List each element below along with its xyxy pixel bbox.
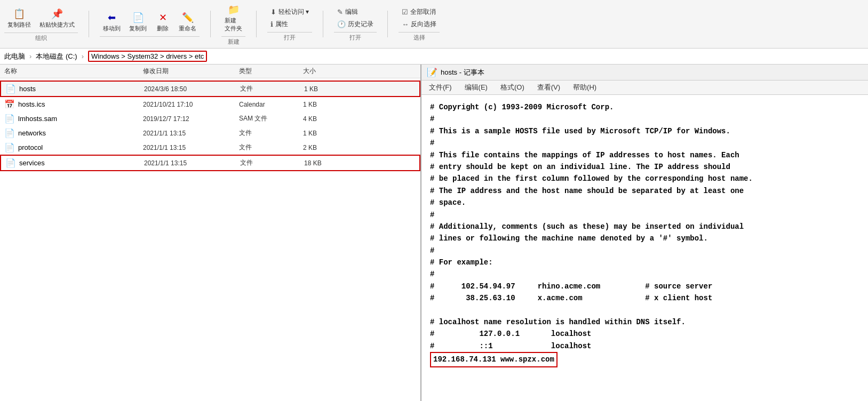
col-type[interactable]: 类型 [239, 67, 303, 76]
file-type-networks: 文件 [239, 129, 303, 138]
sep1 [89, 11, 89, 37]
paste-shortcut-icon: 📌 [51, 8, 63, 20]
edit-button[interactable]: ✎ 编辑 [334, 6, 377, 18]
file-type-protocol: 文件 [239, 143, 303, 152]
col-name[interactable]: 名称 [4, 67, 143, 76]
rename-icon: ✏️ [182, 12, 194, 23]
file-type-hosts-ics: Calendar [239, 101, 303, 108]
file-icon-services: 📄 [5, 158, 16, 168]
reverse-select-label: 反向选择 [411, 20, 436, 29]
file-icon-hosts: 📄 [5, 84, 16, 94]
toolbar: 📋 复制路径 📌 粘贴快捷方式 组织 ⬅ 移动到 📄 复制到 ✕ 删除 [0, 0, 868, 49]
sep2 [210, 11, 211, 37]
easy-access-icon: ⬇ [270, 8, 276, 16]
select-label: 选择 [399, 32, 440, 42]
rename-button[interactable]: ✏️ 重命名 [176, 10, 200, 34]
copy-path-label: 复制路径 [7, 21, 31, 29]
line-6: # entry should be kept on an individual … [430, 161, 859, 173]
sep5 [387, 11, 388, 37]
menu-format[interactable]: 格式(O) [497, 82, 528, 93]
open-group1: ⬇ 轻松访问 ▾ ℹ 属性 打开 [267, 6, 312, 42]
copy-path-icon: 📋 [13, 8, 25, 20]
file-date-hosts-ics: 2021/10/21 17:10 [143, 101, 239, 108]
file-type-hosts: 文件 [240, 84, 304, 93]
file-label-networks: networks [18, 129, 46, 137]
file-name-hosts-ics: 📅 hosts.ics [4, 99, 143, 109]
file-row-networks[interactable]: 📄 networks 2021/1/1 13:15 文件 1 KB [0, 126, 420, 140]
file-label-services: services [19, 159, 45, 167]
file-label-hosts-ics: hosts.ics [18, 100, 45, 108]
line-12: # lines or following the machine name de… [430, 232, 859, 244]
new-folder-button[interactable]: 📁 新建文件夹 [221, 2, 245, 34]
notepad-panel: 📝 hosts - 记事本 文件(F) 编辑(E) 格式(O) 查看(V) 帮助… [421, 65, 868, 401]
file-icon-hosts-ics: 📅 [4, 99, 15, 109]
main-layout: 名称 修改日期 类型 大小 📄 hosts 2024/3/6 18:50 文件 … [0, 65, 868, 401]
history-label: 历史记录 [348, 20, 373, 29]
col-size[interactable]: 大小 [303, 67, 346, 76]
menu-view[interactable]: 查看(V) [534, 82, 563, 93]
menu-edit[interactable]: 编辑(E) [461, 82, 491, 93]
file-date-hosts: 2024/3/6 18:50 [144, 85, 240, 93]
new-group-label: 新建 [221, 36, 245, 46]
delete-label: 删除 [157, 25, 169, 33]
copy-to-button[interactable]: 📄 复制到 [126, 10, 150, 34]
select-all-label: 全部取消 [410, 7, 436, 17]
edit-icon: ✎ [337, 8, 343, 16]
line-21: # ::1 localhost [430, 340, 859, 352]
easy-access-button[interactable]: ⬇ 轻松访问 ▾ [267, 6, 312, 18]
history-icon: 🕐 [337, 20, 346, 28]
file-label-protocol: protocol [18, 143, 43, 151]
history-button[interactable]: 🕐 历史记录 [334, 19, 377, 30]
new-folder-label: 新建文件夹 [225, 17, 242, 33]
sep3 [256, 11, 257, 37]
move-to-button[interactable]: ⬅ 移动到 [100, 10, 124, 34]
select-all-button[interactable]: ☑ 全部取消 [399, 6, 440, 18]
reverse-select-button[interactable]: ↔ 反向选择 [399, 19, 440, 30]
select-group: ☑ 全部取消 ↔ 反向选择 选择 [399, 6, 440, 42]
line-17: # 38.25.63.10 x.acme.com # x client host [430, 292, 859, 304]
file-label-lmhosts: lmhosts.sam [18, 115, 57, 123]
file-label-hosts: hosts [19, 85, 36, 93]
open-label2: 打开 [334, 32, 377, 42]
file-date-networks: 2021/1/1 13:15 [143, 130, 239, 137]
properties-button[interactable]: ℹ 属性 [267, 19, 312, 30]
col-date[interactable]: 修改日期 [143, 67, 239, 76]
file-name-protocol: 📄 protocol [4, 142, 143, 153]
edit-group-label [100, 36, 200, 38]
file-panel: 名称 修改日期 类型 大小 📄 hosts 2024/3/6 18:50 文件 … [0, 65, 421, 401]
line-20: # 127.0.0.1 localhost [430, 328, 859, 340]
file-list: 📄 hosts 2024/3/6 18:50 文件 1 KB 📅 hosts.i… [0, 78, 420, 401]
line-15: # [430, 268, 859, 280]
file-row-services[interactable]: 📄 services 2021/1/1 13:15 文件 18 KB [0, 155, 420, 171]
organize-group: 📋 复制路径 📌 粘贴快捷方式 组织 [4, 6, 78, 42]
line-3: # This is a sample HOSTS file used by Mi… [430, 125, 859, 137]
move-to-icon: ⬅ [108, 12, 116, 23]
new-group: 📁 新建文件夹 新建 [221, 2, 245, 46]
file-name-services: 📄 services [5, 158, 144, 168]
paste-shortcut-button[interactable]: 📌 粘贴快捷方式 [36, 6, 78, 30]
breadcrumb-c-drive[interactable]: 本地磁盘 (C:) [36, 52, 77, 61]
line-16: # 102.54.94.97 rhino.acme.com # source s… [430, 280, 859, 292]
copy-to-label: 复制到 [129, 25, 147, 33]
file-row-protocol[interactable]: 📄 protocol 2021/1/1 13:15 文件 2 KB [0, 140, 420, 155]
file-row-hosts-ics[interactable]: 📅 hosts.ics 2021/10/21 17:10 Calendar 1 … [0, 97, 420, 111]
breadcrumb-path-highlighted[interactable]: Windows > System32 > drivers > etc [88, 51, 207, 62]
rename-label: 重命名 [179, 25, 196, 33]
menu-help[interactable]: 帮助(H) [570, 82, 600, 93]
sep-a: › [29, 52, 31, 60]
edit-group: ⬅ 移动到 📄 复制到 ✕ 删除 ✏️ 重命名 [100, 10, 200, 38]
properties-label: 属性 [275, 20, 288, 29]
file-size-protocol: 2 KB [303, 144, 346, 151]
line-10: # [430, 209, 859, 221]
file-row-hosts[interactable]: 📄 hosts 2024/3/6 18:50 文件 1 KB [0, 81, 420, 97]
copy-path-button[interactable]: 📋 复制路径 [4, 6, 34, 30]
breadcrumb-this-pc[interactable]: 此电脑 [4, 52, 25, 61]
line-4: # [430, 137, 859, 149]
file-size-networks: 1 KB [303, 130, 346, 137]
file-row-lmhosts[interactable]: 📄 lmhosts.sam 2019/12/7 17:12 SAM 文件 4 K… [0, 111, 420, 126]
delete-button[interactable]: ✕ 删除 [152, 10, 173, 34]
file-name-hosts: 📄 hosts [5, 84, 144, 94]
menu-file[interactable]: 文件(F) [426, 82, 455, 93]
line-7: # be placed in the first column followed… [430, 173, 859, 185]
file-size-hosts-ics: 1 KB [303, 101, 346, 108]
